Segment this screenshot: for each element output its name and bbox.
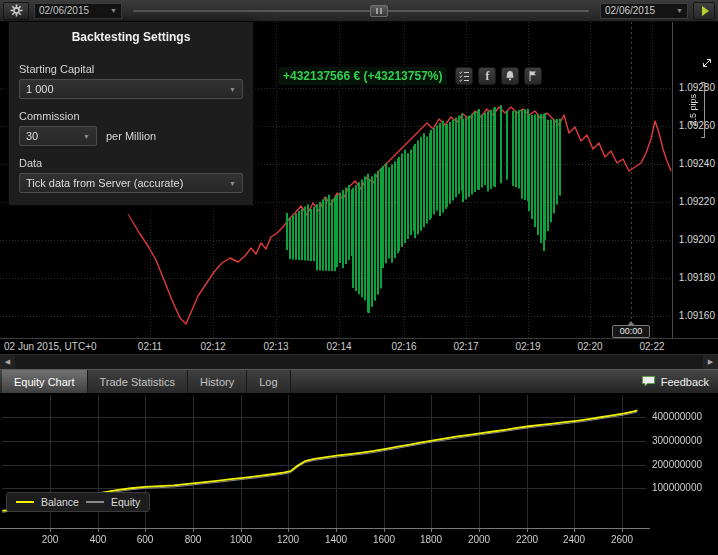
data-source-label: Data [19, 157, 243, 169]
equity-legend: Balance Equity [6, 492, 150, 512]
price-tick-label: 1.09240 [673, 158, 715, 169]
equity-x-axis-label: 1000 [226, 534, 256, 545]
tab-equity-chart[interactable]: Equity Chart [2, 370, 88, 393]
time-tick-label: 02:17 [448, 341, 484, 352]
checklist-button[interactable] [455, 67, 473, 85]
time-tick-label: 02:16 [386, 341, 422, 352]
pips-scale-bracket [701, 82, 705, 138]
equity-x-axis-label: 1800 [416, 534, 446, 545]
chevron-down-icon: ▼ [83, 133, 90, 140]
starting-capital-select[interactable]: 1 000 ▼ [19, 79, 243, 99]
time-axis: 02 Jun 2015, UTC+0 02:1102:1202:1302:140… [0, 338, 718, 354]
equity-x-axis-label: 800 [178, 534, 208, 545]
chevron-down-icon: ▼ [110, 7, 117, 14]
time-tick-label: 02:11 [132, 341, 168, 352]
equity-x-axis-label: 2600 [607, 534, 637, 545]
settings-gear-button[interactable] [3, 2, 29, 20]
time-tick-label: 02:20 [572, 341, 608, 352]
feedback-bubble-icon [641, 375, 656, 388]
time-tick-label: 02:19 [510, 341, 546, 352]
timeline-slider[interactable] [133, 3, 589, 19]
price-tick-label: 1.09160 [673, 310, 715, 321]
equity-x-axis-label: 2200 [512, 534, 542, 545]
play-button[interactable] [693, 2, 715, 20]
equity-x-axis-label: 2400 [559, 534, 589, 545]
equity-x-axis-label: 1200 [273, 534, 303, 545]
time-tick-label: 02:12 [195, 341, 231, 352]
commission-suffix: per Million [106, 130, 156, 142]
backtesting-settings-panel: Backtesting Settings Starting Capital 1 … [8, 21, 254, 206]
scroll-left-button[interactable]: ◀ [0, 355, 15, 369]
price-tick-label: 1.09180 [673, 272, 715, 283]
checklist-icon [458, 70, 470, 82]
start-date-value: 02/06/2015 [39, 5, 89, 16]
equity-x-axis-label: 600 [130, 534, 160, 545]
resize-scale-button[interactable] [699, 56, 715, 72]
price-tick-label: 1.09200 [673, 234, 715, 245]
equity-line-swatch [86, 501, 104, 503]
axis-date-label: 02 Jun 2015, UTC+0 [4, 341, 97, 352]
commission-row: 30 ▼ per Million [9, 126, 253, 146]
profit-badge: +432137566 € (+43213757%) [278, 67, 447, 85]
balance-legend-label: Balance [41, 496, 79, 508]
settings-panel-title: Backtesting Settings [9, 22, 253, 52]
scroll-right-icon: ▶ [708, 358, 713, 365]
scroll-left-icon: ◀ [5, 358, 10, 365]
end-date-select[interactable]: 02/06/2015 ▼ [600, 3, 688, 19]
equity-x-axis-label: 400 [83, 534, 113, 545]
scroll-right-button[interactable]: ▶ [703, 355, 718, 369]
chevron-down-icon: ▼ [229, 86, 236, 93]
scrollbar-track[interactable] [15, 355, 703, 369]
gear-icon [10, 4, 23, 17]
resize-arrows-icon [701, 57, 713, 69]
equity-x-axis-label: 2000 [464, 534, 494, 545]
tab-log[interactable]: Log [247, 370, 290, 393]
equity-x-axis-label: 200 [35, 534, 65, 545]
slider-track[interactable] [133, 10, 589, 12]
time-marker-badge: 00:00 [612, 325, 650, 338]
backtesting-app: 02/06/2015 ▼ 02/06/2015 ▼ 1.092801.09260… [0, 0, 718, 555]
feedback-label: Feedback [661, 376, 709, 388]
chevron-down-icon: ▼ [229, 180, 236, 187]
equity-y-axis-label: 300000000 [652, 435, 702, 446]
chart-toolbar: f [455, 67, 542, 85]
commission-select[interactable]: 30 ▼ [19, 126, 97, 146]
commission-value: 30 [26, 130, 38, 142]
equity-legend-label: Equity [111, 496, 140, 508]
balance-line-swatch [16, 501, 34, 503]
equity-y-axis-label: 200000000 [652, 459, 702, 470]
time-tick-label: 02:22 [634, 341, 670, 352]
notifications-button[interactable] [501, 67, 519, 85]
topbar: 02/06/2015 ▼ 02/06/2015 ▼ [0, 0, 718, 22]
chevron-down-icon: ▼ [676, 7, 683, 14]
pips-scale-label: 2.5 pips [688, 94, 698, 126]
end-date-value: 02/06/2015 [605, 5, 655, 16]
facebook-icon: f [485, 70, 489, 82]
bottom-tabbar: Equity ChartTrade StatisticsHistoryLog F… [0, 369, 718, 393]
equity-y-axis-label: 400000000 [652, 411, 702, 422]
tab-trade-statistics[interactable]: Trade Statistics [88, 370, 188, 393]
data-source-value: Tick data from Server (accurate) [26, 177, 183, 189]
commission-label: Commission [19, 110, 243, 122]
tab-history[interactable]: History [188, 370, 247, 393]
facebook-button[interactable]: f [478, 67, 496, 85]
play-icon [702, 6, 709, 16]
equity-x-axis-label: 1400 [321, 534, 351, 545]
starting-capital-label: Starting Capital [19, 63, 243, 75]
feedback-button[interactable]: Feedback [632, 370, 718, 393]
time-tick-label: 02:13 [258, 341, 294, 352]
equity-y-axis-label: 100000000 [652, 482, 702, 493]
horizontal-scrollbar[interactable]: ◀ ▶ [0, 354, 718, 369]
slider-handle[interactable] [370, 5, 388, 17]
equity-chart-canvas [0, 393, 718, 555]
pips-scale: 2.5 pips [688, 80, 705, 140]
price-tick-label: 1.09220 [673, 196, 715, 207]
equity-chart-panel: 100000000200000000300000000400000000 200… [0, 393, 718, 555]
flag-button[interactable] [524, 67, 542, 85]
equity-x-axis-label: 1600 [369, 534, 399, 545]
flag-icon [527, 70, 539, 82]
bell-icon [504, 70, 516, 82]
data-source-select[interactable]: Tick data from Server (accurate) ▼ [19, 173, 243, 193]
profit-row: +432137566 € (+43213757%) f [278, 66, 542, 86]
start-date-select[interactable]: 02/06/2015 ▼ [34, 3, 122, 19]
